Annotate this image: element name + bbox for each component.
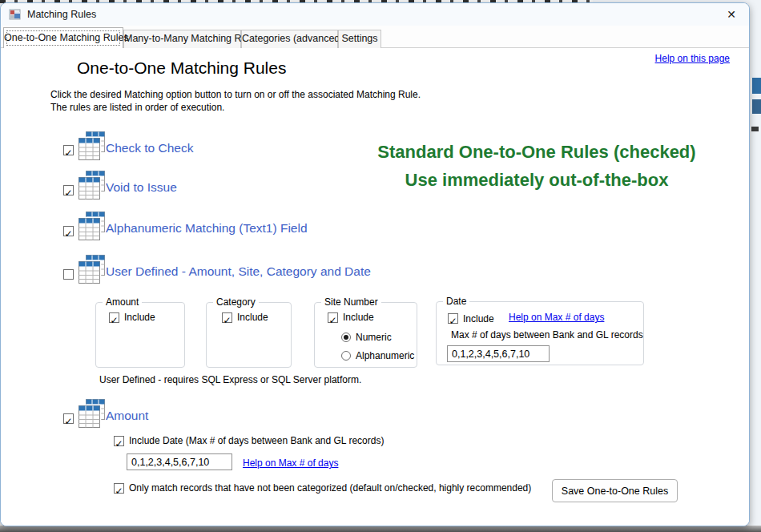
radio-alphanumeric-label: Alphanumeric: [356, 350, 414, 361]
checkbox-category-include[interactable]: [222, 312, 232, 323]
category-include-label: Include: [237, 312, 268, 323]
tab-page-content: Help on this page One-to-One Matching Ru…: [1, 48, 749, 526]
help-max-days-link-amount-rule[interactable]: Help on Max # of days: [243, 457, 338, 469]
instructions-line2: The rules are listed in order of executi…: [50, 101, 421, 114]
radio-alphanumeric[interactable]: [341, 351, 351, 361]
checkbox-only-match-uncategorized[interactable]: [114, 483, 124, 494]
table-stack-icon[interactable]: [79, 399, 106, 429]
tab-categories-advanced[interactable]: Categories (advanced): [241, 30, 338, 48]
help-max-days-link-date-group[interactable]: Help on Max # of days: [509, 312, 604, 323]
amount-include-label: Include: [124, 312, 155, 323]
title-bar: Matching Rules ✕: [1, 3, 749, 26]
site-number-groupbox-title: Site Number: [321, 296, 381, 308]
max-days-input-amount-rule[interactable]: [127, 453, 232, 470]
rule-label-amount: Amount: [106, 409, 148, 423]
help-on-this-page-link[interactable]: Help on this page: [655, 53, 730, 64]
checkbox-include-date[interactable]: [114, 436, 124, 446]
rule-label-user-defined: User Defined - Amount, Site, Category an…: [106, 264, 371, 279]
table-stack-icon[interactable]: [79, 171, 106, 200]
table-stack-icon[interactable]: [79, 212, 106, 241]
checkbox-alphanumeric-matching[interactable]: [63, 226, 74, 236]
radio-numeric-label: Numeric: [356, 332, 392, 343]
tab-one-to-one-matching-rules[interactable]: One-to-One Matching Rules: [3, 27, 123, 48]
sql-platform-note: User Defined - requires SQL Express or S…: [99, 374, 361, 385]
checkbox-amount-rule[interactable]: [63, 413, 74, 424]
category-groupbox: Category Include: [206, 302, 292, 368]
tab-strip: One-to-One Matching Rules Many-to-Many M…: [1, 26, 749, 48]
checkbox-void-to-issue[interactable]: [63, 185, 74, 195]
tab-settings[interactable]: Settings: [338, 30, 381, 48]
instructions: Click the desired Matching option button…: [50, 88, 421, 114]
only-match-label: Only match records that have not been ca…: [129, 482, 531, 494]
rule-label-void-to-issue: Void to Issue: [106, 180, 177, 195]
banner-line2: Use immediately out-of-the-box: [317, 166, 750, 194]
checkbox-check-to-check[interactable]: [63, 145, 74, 155]
save-one-to-one-rules-button[interactable]: Save One-to-One Rules: [552, 479, 678, 502]
window-title: Matching Rules: [27, 9, 96, 20]
site-number-groupbox: Site Number Include Numeric Alphanumeric: [314, 302, 417, 368]
max-days-input-date-group[interactable]: [447, 345, 550, 362]
table-stack-icon[interactable]: [79, 131, 106, 161]
checkbox-date-include[interactable]: [448, 313, 458, 324]
standard-rules-banner: Standard One-to-One Rules (checked) Use …: [317, 138, 750, 194]
checkbox-user-defined[interactable]: [63, 269, 74, 280]
rule-label-alphanumeric-matching: Alphanumeric Matching (Text1) Field: [106, 221, 308, 236]
matching-rules-window: Matching Rules ✕ One-to-One Matching Rul…: [0, 2, 750, 526]
date-groupbox: Date Include Help on Max # of days Max #…: [436, 301, 644, 365]
banner-line1: Standard One-to-One Rules (checked): [317, 138, 750, 166]
site-include-label: Include: [343, 312, 374, 323]
max-days-label: Max # of days between Bank and GL record…: [451, 329, 643, 341]
amount-groupbox-title: Amount: [103, 296, 142, 308]
tab-many-to-many-matching-rules[interactable]: Many-to-Many Matching Rules: [123, 30, 241, 48]
background-taskbar-edge: [0, 526, 761, 532]
instructions-line1: Click the desired Matching option button…: [50, 88, 421, 101]
checkbox-site-include[interactable]: [328, 312, 338, 323]
checkbox-amount-include[interactable]: [109, 312, 119, 323]
table-stack-icon[interactable]: [79, 255, 106, 284]
date-groupbox-title: Date: [443, 296, 469, 307]
rule-label-check-to-check: Check to Check: [106, 141, 193, 155]
background-fragment: [752, 99, 761, 114]
include-date-label: Include Date (Max # of days between Bank…: [129, 435, 384, 446]
amount-groupbox: Amount Include: [95, 302, 185, 368]
close-icon[interactable]: ✕: [724, 7, 739, 22]
date-include-label: Include: [463, 313, 494, 324]
background-fragment: [752, 78, 761, 94]
background-window-fragment-right: [750, 0, 761, 532]
app-icon: [9, 8, 22, 21]
category-groupbox-title: Category: [213, 296, 259, 308]
page-title: One-to-One Matching Rules: [77, 58, 286, 78]
background-fragment: [751, 127, 759, 131]
radio-numeric[interactable]: [341, 332, 351, 342]
